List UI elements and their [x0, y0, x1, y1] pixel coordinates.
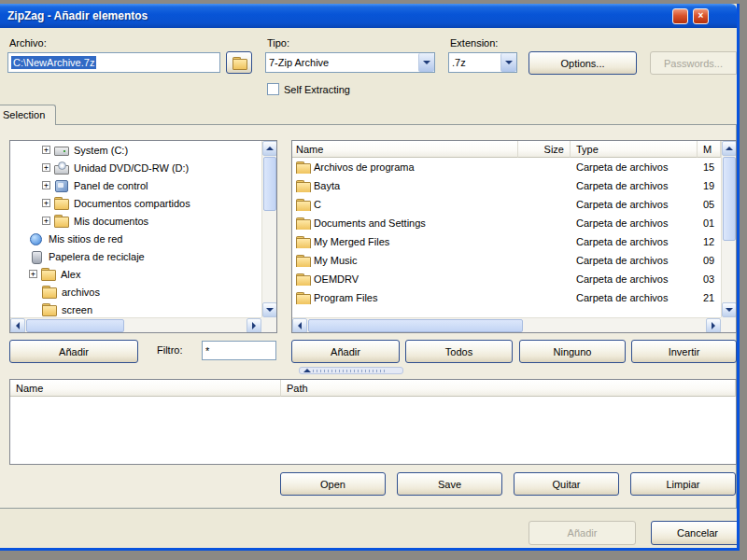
save-button[interactable]: Save	[397, 472, 502, 496]
file-modified: 05	[698, 199, 721, 210]
tree-item[interactable]: +Alex	[10, 265, 261, 283]
scroll-right-button[interactable]	[706, 318, 721, 333]
file-name-cell: Documents and Settings	[292, 217, 518, 230]
select-none-button[interactable]: Ninguno	[519, 340, 626, 363]
archive-path-input[interactable]: C:\NewArchive.7z	[7, 52, 220, 73]
scroll-up-button[interactable]	[722, 141, 737, 156]
tree-expand-toggle[interactable]: +	[42, 217, 50, 225]
column-header-path[interactable]: Path	[281, 380, 736, 397]
select-all-button[interactable]: Todos	[405, 340, 513, 363]
column-header-name[interactable]: Name	[10, 380, 281, 397]
file-row[interactable]: BaytaCarpeta de archivos19	[292, 176, 721, 195]
scroll-left-button[interactable]	[292, 318, 307, 333]
type-dropdown-button[interactable]	[418, 53, 434, 72]
column-header-type[interactable]: Type	[571, 141, 698, 158]
titlebar[interactable]: ZipZag - Añadir elementos ×	[0, 4, 737, 28]
scroll-up-button[interactable]	[262, 141, 277, 156]
scroll-down-button[interactable]	[722, 302, 737, 317]
file-type: Carpeta de archivos	[571, 292, 698, 303]
folder-icon	[296, 236, 310, 248]
clear-button[interactable]: Limpiar	[630, 472, 736, 496]
self-extracting-checkbox[interactable]	[267, 83, 279, 95]
tree-item-label: Unidad DVD/CD-RW (D:)	[72, 162, 190, 174]
file-row[interactable]: My MusicCarpeta de archivos09	[292, 251, 721, 270]
file-row[interactable]: Archivos de programaCarpeta de archivos1…	[292, 158, 721, 176]
file-row[interactable]: OEMDRVCarpeta de archivos03	[292, 270, 721, 288]
close-button[interactable]: ×	[693, 8, 709, 24]
list-vertical-scrollbar[interactable]	[721, 141, 736, 317]
tree-item[interactable]: +System (C:)	[10, 141, 261, 159]
file-name: Archivos de programa	[314, 161, 415, 173]
file-row[interactable]: Program FilesCarpeta de archivos21	[292, 288, 721, 307]
tree-vertical-scrollbar[interactable]	[261, 141, 276, 317]
tree-hscroll-thumb[interactable]	[26, 319, 124, 332]
browse-button[interactable]	[226, 51, 252, 74]
invert-selection-button[interactable]: Invertir	[631, 340, 737, 363]
file-type: Carpeta de archivos	[571, 199, 698, 210]
column-header-modified[interactable]: M	[698, 141, 721, 158]
scroll-down-button[interactable]	[262, 302, 277, 317]
scroll-left-button[interactable]	[10, 318, 25, 333]
tree-item[interactable]: +Unidad DVD/CD-RW (D:)	[10, 159, 261, 176]
selected-items-body[interactable]	[10, 397, 736, 464]
file-type: Carpeta de archivos	[571, 255, 698, 266]
panel-splitter[interactable]	[299, 367, 403, 374]
file-name-cell: My Music	[292, 255, 518, 267]
tree-item[interactable]: archivos	[10, 283, 261, 301]
file-name: OEMDRV	[314, 273, 359, 285]
column-header-size[interactable]: Size	[518, 141, 571, 158]
folder-icon	[296, 180, 310, 192]
archivo-label: Archivo:	[9, 37, 47, 49]
scroll-right-button[interactable]	[247, 318, 261, 333]
tree-item-label: Mis documentos	[72, 216, 150, 227]
folder-tree: +System (C:)+Unidad DVD/CD-RW (D:)+Panel…	[10, 141, 261, 317]
file-row[interactable]: My Merged FilesCarpeta de archivos12	[292, 232, 721, 251]
filter-input[interactable]	[202, 341, 276, 360]
add-selection-button[interactable]: Añadir	[291, 340, 400, 363]
open-button[interactable]: Open	[280, 472, 386, 496]
remove-button[interactable]: Quitar	[514, 472, 619, 496]
options-button[interactable]: Options...	[529, 51, 637, 75]
tree-item[interactable]: +Documentos compartidos	[10, 194, 261, 212]
tree-expand-toggle[interactable]: +	[42, 199, 50, 207]
titlebar-secondary-button[interactable]	[672, 8, 688, 24]
tab-selection[interactable]: Selection	[0, 105, 56, 125]
tree-expand-toggle[interactable]: +	[42, 163, 50, 172]
file-row[interactable]: Documents and SettingsCarpeta de archivo…	[292, 214, 721, 232]
folder-icon	[296, 199, 310, 211]
cancel-button[interactable]: Cancelar	[651, 521, 740, 545]
file-row[interactable]: CCarpeta de archivos05	[292, 195, 721, 214]
folder-icon	[296, 255, 310, 267]
tree-expand-toggle[interactable]: +	[42, 146, 50, 154]
folder-icon	[42, 286, 56, 298]
tree-item[interactable]: screen	[10, 301, 261, 317]
column-header-name[interactable]: Name	[292, 141, 518, 158]
tree-expand-toggle[interactable]: +	[42, 181, 50, 189]
extension-value: .7z	[452, 57, 466, 68]
chevron-down-icon	[423, 61, 430, 64]
tree-item-label: Documentos compartidos	[72, 198, 192, 209]
file-list-header: Name Size Type M	[292, 141, 721, 158]
tree-item[interactable]: +Mis documentos	[10, 212, 261, 230]
tree-item-label: Alex	[59, 269, 82, 280]
tree-horizontal-scrollbar[interactable]	[10, 317, 261, 332]
list-hscroll-thumb[interactable]	[308, 319, 523, 332]
arrow-right-icon	[252, 322, 256, 329]
add-tree-button[interactable]: Añadir	[9, 340, 138, 363]
tree-item[interactable]: +Panel de control	[10, 176, 261, 194]
file-modified: 09	[698, 255, 721, 266]
type-combobox[interactable]: 7-Zip Archive	[265, 52, 435, 73]
tree-item[interactable]: Mis sitios de red	[10, 230, 261, 247]
scrollbar-corner	[721, 317, 736, 332]
list-horizontal-scrollbar[interactable]	[292, 317, 721, 332]
extension-dropdown-button[interactable]	[500, 53, 516, 72]
tree-item[interactable]: Papelera de reciclaje	[10, 247, 261, 265]
close-icon: ×	[698, 10, 704, 21]
tree-vscroll-thumb[interactable]	[263, 157, 276, 211]
tree-item-label: screen	[60, 304, 94, 315]
extension-combobox[interactable]: .7z	[448, 52, 517, 73]
arrow-down-icon	[266, 308, 274, 312]
tree-expand-toggle[interactable]: +	[29, 270, 37, 278]
splitter-grip	[313, 370, 388, 372]
list-vscroll-thumb[interactable]	[723, 157, 736, 241]
